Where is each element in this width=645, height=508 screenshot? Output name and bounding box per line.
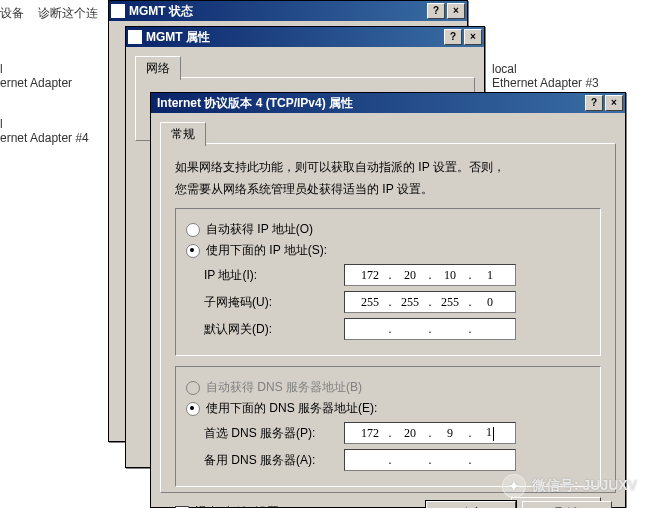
app-icon	[128, 30, 142, 44]
close-button[interactable]: ×	[464, 29, 482, 45]
text-caret	[493, 427, 494, 441]
row-ip-address: IP 地址(I): 172. 20. 10. 1	[204, 264, 590, 286]
help-button[interactable]: ?	[444, 29, 462, 45]
radio-auto-ip[interactable]	[186, 223, 200, 237]
tabstrip: 常规	[160, 121, 616, 143]
radio-auto-ip-row[interactable]: 自动获得 IP 地址(O)	[186, 221, 590, 238]
description-line2: 您需要从网络系统管理员处获得适当的 IP 设置。	[175, 180, 601, 198]
close-button[interactable]: ×	[605, 95, 623, 111]
bg-text: ernet Adapter	[0, 76, 72, 90]
radio-auto-dns-label: 自动获得 DNS 服务器地址(B)	[206, 379, 362, 396]
input-dns-primary[interactable]: 172. 20. 9. 1	[344, 422, 516, 444]
bg-text: 设备	[0, 5, 24, 22]
radio-manual-ip[interactable]	[186, 244, 200, 258]
titlebar-properties[interactable]: MGMT 属性 ? ×	[126, 27, 484, 47]
watermark: ✦ 微信号: JUJUXV	[502, 474, 637, 498]
label-ip: IP 地址(I):	[204, 267, 344, 284]
checkbox-validate-label: 退出时验证设置(L)	[195, 504, 294, 508]
dialog-body: 常规 如果网络支持此功能，则可以获取自动指派的 IP 设置。否则， 您需要从网络…	[154, 117, 622, 504]
bg-text: local	[492, 62, 517, 76]
tab-page-general: 如果网络支持此功能，则可以获取自动指派的 IP 设置。否则， 您需要从网络系统管…	[160, 143, 616, 493]
radio-manual-dns-row[interactable]: 使用下面的 DNS 服务器地址(E):	[186, 400, 590, 417]
cancel-button[interactable]: 取消	[522, 501, 612, 508]
input-ip-address[interactable]: 172. 20. 10. 1	[344, 264, 516, 286]
radio-auto-ip-label: 自动获得 IP 地址(O)	[206, 221, 313, 238]
row-subnet: 子网掩码(U): 255. 255. 255. 0	[204, 291, 590, 313]
tabstrip: 网络	[135, 55, 475, 77]
wechat-icon: ✦	[502, 474, 526, 498]
title-text: MGMT 状态	[129, 3, 427, 20]
radio-manual-dns[interactable]	[186, 402, 200, 416]
help-button[interactable]: ?	[427, 3, 445, 19]
row-gateway: 默认网关(D): . . .	[204, 318, 590, 340]
bg-text: ernet Adapter #4	[0, 131, 89, 145]
close-button[interactable]: ×	[447, 3, 465, 19]
radio-auto-dns-row: 自动获得 DNS 服务器地址(B)	[186, 379, 590, 396]
label-dns-alt: 备用 DNS 服务器(A):	[204, 452, 344, 469]
radio-auto-dns	[186, 381, 200, 395]
tab-general[interactable]: 常规	[160, 122, 206, 146]
row-dns-alt: 备用 DNS 服务器(A): . . .	[204, 449, 590, 471]
input-dns-alt[interactable]: . . .	[344, 449, 516, 471]
titlebar-ipv4[interactable]: Internet 协议版本 4 (TCP/IPv4) 属性 ? ×	[151, 93, 625, 113]
app-icon	[111, 4, 125, 18]
title-text: Internet 协议版本 4 (TCP/IPv4) 属性	[157, 95, 585, 112]
group-ip: 自动获得 IP 地址(O) 使用下面的 IP 地址(S): IP 地址(I): …	[175, 208, 601, 356]
label-dns-primary: 首选 DNS 服务器(P):	[204, 425, 344, 442]
group-dns: 自动获得 DNS 服务器地址(B) 使用下面的 DNS 服务器地址(E): 首选…	[175, 366, 601, 487]
title-text: MGMT 属性	[146, 29, 444, 46]
titlebar-status[interactable]: MGMT 状态 ? ×	[109, 1, 467, 21]
row-validate[interactable]: 退出时验证设置(L)	[175, 504, 294, 508]
radio-manual-dns-label: 使用下面的 DNS 服务器地址(E):	[206, 400, 377, 417]
radio-manual-ip-row[interactable]: 使用下面的 IP 地址(S):	[186, 242, 590, 259]
bg-text: 诊断这个连	[38, 5, 98, 22]
bg-text: Ethernet Adapter #3	[492, 76, 599, 90]
description-line1: 如果网络支持此功能，则可以获取自动指派的 IP 设置。否则，	[175, 158, 601, 176]
window-ipv4: Internet 协议版本 4 (TCP/IPv4) 属性 ? × 常规 如果网…	[150, 92, 626, 508]
input-gateway[interactable]: . . .	[344, 318, 516, 340]
label-subnet: 子网掩码(U):	[204, 294, 344, 311]
bg-text: l	[0, 62, 3, 76]
stage: 设备 诊断这个连 l ernet Adapter l ernet Adapter…	[0, 0, 645, 508]
watermark-text: 微信号: JUJUXV	[532, 477, 637, 495]
label-gateway: 默认网关(D):	[204, 321, 344, 338]
ok-button[interactable]: 确定	[426, 501, 516, 508]
row-dns-primary: 首选 DNS 服务器(P): 172. 20. 9. 1	[204, 422, 590, 444]
input-subnet-mask[interactable]: 255. 255. 255. 0	[344, 291, 516, 313]
bg-text: l	[0, 117, 3, 131]
tab-network[interactable]: 网络	[135, 56, 181, 80]
radio-manual-ip-label: 使用下面的 IP 地址(S):	[206, 242, 327, 259]
help-button[interactable]: ?	[585, 95, 603, 111]
